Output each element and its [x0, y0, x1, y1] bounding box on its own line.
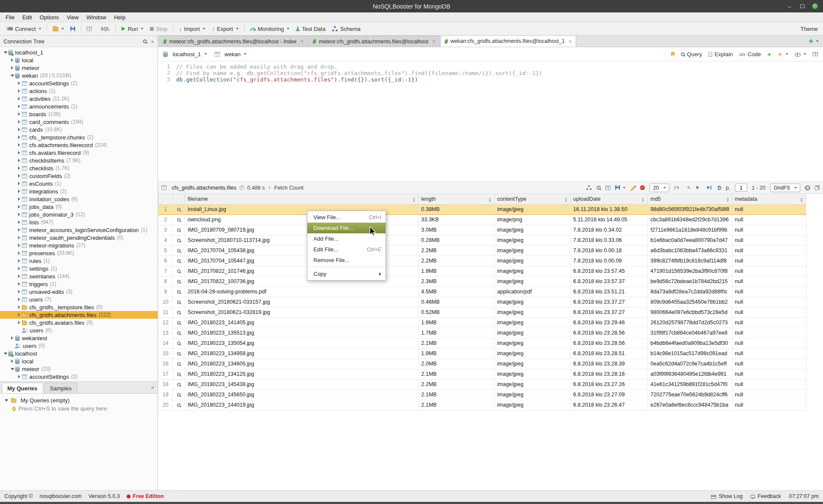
tree-item[interactable]: accountSettings(2) — [0, 79, 158, 87]
tree-item[interactable]: users(0) — [0, 342, 158, 350]
refresh-button[interactable] — [717, 186, 721, 190]
tab-my-queries[interactable]: My Queries — [2, 383, 43, 393]
context-menu-item[interactable]: Edit File...Ctrl+E — [307, 244, 386, 255]
preview-icon[interactable] — [177, 249, 180, 252]
tree-item[interactable]: wekantest — [0, 334, 158, 342]
tree-expand-arrow[interactable] — [16, 213, 22, 216]
table-row[interactable]: 11Screenshot_20180621-032819.jpg0.52MBim… — [158, 307, 806, 317]
tree-expand-arrow[interactable] — [16, 290, 22, 293]
preview-icon[interactable] — [177, 362, 180, 365]
sort-icon[interactable] — [413, 198, 416, 202]
expand-icon[interactable] — [815, 185, 820, 190]
preview-icon[interactable] — [177, 238, 180, 242]
tree-collapse-arrow[interactable] — [9, 368, 15, 370]
table-row[interactable]: 92016-04-29-solving-problems.pdf4.5MBapp… — [158, 287, 806, 297]
export-table-button[interactable] — [605, 186, 610, 190]
tree-collapse-arrow[interactable] — [3, 399, 9, 401]
tree-expand-arrow[interactable] — [16, 205, 22, 208]
tree-item[interactable]: activities(11.1K) — [0, 95, 158, 103]
tree-expand-arrow[interactable] — [16, 159, 22, 162]
tree-expand-arrow[interactable] — [16, 282, 22, 286]
preview-icon[interactable] — [177, 280, 180, 283]
prev-page-button[interactable] — [685, 185, 690, 190]
table-row[interactable]: 19IMG_20180223_145650.jpg2.1MBimage/jpeg… — [158, 389, 806, 400]
tree-item[interactable]: presences(33.6K) — [0, 249, 158, 257]
tree-item[interactable]: local — [0, 56, 158, 64]
tree-item[interactable]: localhost — [0, 350, 158, 357]
query-editor[interactable]: 123 // Files can be added easily with dr… — [158, 61, 823, 182]
menu-item-file[interactable]: File — [2, 13, 18, 21]
find-in-results-button[interactable] — [597, 186, 601, 190]
save-button[interactable] — [67, 25, 78, 33]
table-row[interactable]: 2owncloud.png33.3KBimage/png5.11.2018 kl… — [158, 214, 806, 225]
tree-search-icon[interactable] — [143, 39, 147, 43]
column-header-md5[interactable]: md5 — [648, 194, 732, 204]
query-button[interactable]: Query — [681, 51, 702, 57]
preview-icon[interactable] — [177, 352, 180, 355]
tree-collapse-arrow[interactable] — [9, 75, 15, 77]
code-button[interactable]: Code — [739, 51, 761, 57]
run-button[interactable]: Run — [118, 24, 146, 34]
table-row-selected[interactable]: 1Install_Linux.jpg0.38MBimage/jpeg16.11.… — [158, 204, 806, 214]
tree-item[interactable]: cfs_gridfs.avatars.files(9) — [0, 319, 158, 326]
context-menu-item[interactable]: View File...Ctrl+I — [307, 212, 386, 223]
tree-item[interactable]: jobs_dominator_3(12) — [0, 211, 158, 218]
sort-icon[interactable] — [489, 198, 492, 202]
table-row[interactable]: 5IMG_20170704_105438.jpg2.2MBimage/jpeg7… — [158, 245, 806, 256]
tree-item[interactable]: meteor — [0, 64, 158, 72]
remove-document-button[interactable] — [640, 185, 645, 190]
schema-button[interactable]: Schema — [329, 24, 364, 34]
tree-item[interactable]: cards(10.8K) — [0, 126, 158, 133]
tree-item[interactable]: integrations(2) — [0, 187, 158, 195]
tree-expand-arrow[interactable] — [16, 120, 22, 124]
page-input[interactable] — [735, 184, 747, 192]
tree-item[interactable]: localhost_1 — [0, 48, 158, 56]
tree-expand-arrow[interactable] — [16, 236, 22, 239]
tree-item[interactable]: rules(1) — [0, 257, 158, 265]
panel-more-icon[interactable] — [151, 384, 154, 390]
tab-close-icon[interactable]: × — [301, 38, 304, 45]
table-row[interactable]: 3IMG_20180709_080719.jpg3.0MBimage/jpeg7… — [158, 225, 806, 235]
tree-expand-arrow[interactable] — [16, 197, 22, 201]
preview-icon[interactable] — [177, 208, 180, 211]
preview-icon[interactable] — [177, 269, 180, 273]
tree-expand-arrow[interactable] — [16, 136, 22, 139]
tab-list-caret-icon[interactable] — [816, 40, 819, 42]
table-row[interactable]: 18IMG_20180223_145438.jpg2.2MBimage/jpeg… — [158, 379, 806, 389]
theme-button[interactable]: Theme — [801, 26, 820, 32]
tree-expand-arrow[interactable] — [16, 174, 22, 178]
tree-item[interactable]: meteor(23) — [0, 365, 158, 373]
column-header-length[interactable]: length — [419, 194, 495, 204]
table-view-button[interactable] — [84, 25, 95, 33]
tree-expand-arrow[interactable] — [16, 89, 22, 93]
tree-item[interactable]: announcements(1) — [0, 103, 158, 110]
tree-item[interactable]: actions(1) — [0, 87, 158, 95]
tree-expand-arrow[interactable] — [16, 305, 22, 309]
tree-expand-arrow[interactable] — [16, 321, 22, 324]
tree-expand-arrow[interactable] — [16, 375, 22, 378]
table-row[interactable]: 12IMG_20180223_141405.jpg1.9MBimage/jpeg… — [158, 317, 806, 328]
table-row[interactable]: 15IMG_20180223_134958.jpg1.9MBimage/jpeg… — [158, 348, 806, 359]
context-menu-item[interactable]: Remove File... — [307, 255, 386, 266]
preview-icon[interactable] — [177, 383, 180, 386]
tree-item[interactable]: cfs.avatars.filerecord(9) — [0, 149, 158, 157]
tree-item[interactable]: unsaved-edits(3) — [0, 288, 158, 296]
tree-collapse-arrow[interactable] — [3, 353, 8, 355]
tree-expand-arrow[interactable] — [16, 128, 22, 131]
menu-item-edit[interactable]: Edit — [18, 13, 36, 21]
maximize-button[interactable] — [800, 4, 805, 8]
tree-item[interactable]: esCounts(1) — [0, 180, 158, 187]
tree-expand-arrow[interactable] — [16, 105, 22, 108]
column-header-filename[interactable]: filename — [185, 194, 419, 204]
tree-expand-arrow[interactable] — [16, 259, 22, 263]
tree-expand-arrow[interactable] — [9, 336, 15, 340]
tree-expand-arrow[interactable] — [16, 190, 22, 193]
table-row[interactable]: 10Screenshot_20180621-033157.jpg0.46MBim… — [158, 297, 806, 307]
tree-item[interactable]: meteor_accounts_loginServiceConfiguratio… — [0, 226, 158, 234]
table-row[interactable]: 6IMG_20170704_105447.jpg2.2MBimage/jpeg7… — [158, 256, 806, 266]
column-header-contentType[interactable]: contentType — [495, 194, 571, 204]
tree-item[interactable]: boards(138) — [0, 110, 158, 118]
tab-active[interactable]: wekan:cfs_gridfs.attachments.files@local… — [440, 35, 576, 47]
tree-expand-arrow[interactable] — [16, 313, 22, 317]
site-link[interactable]: nosqlbooster.com — [39, 493, 82, 499]
